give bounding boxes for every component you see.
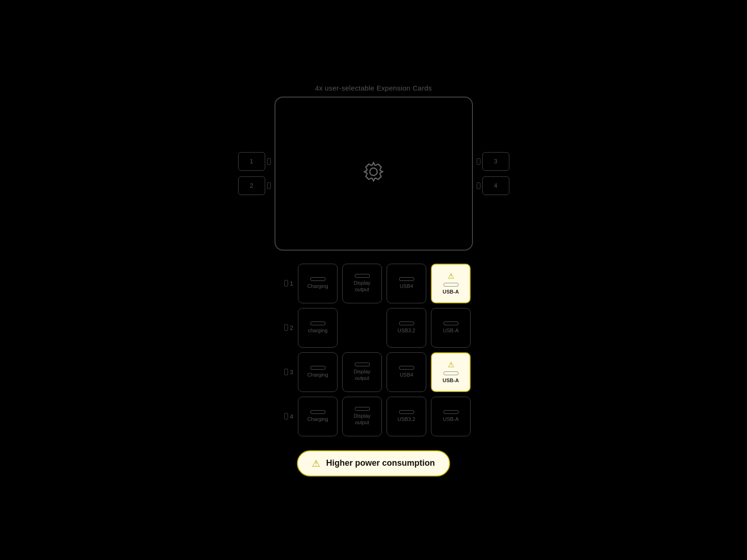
device-section: 1 2 3 4 (238, 97, 509, 251)
main-container: 4x user-selectable Expension Cards 1 2 (238, 84, 509, 476)
row-connector-2 (284, 324, 288, 331)
usb32-port-icon-4 (399, 410, 414, 414)
row-connector-1 (284, 280, 288, 287)
card-display-4-2[interactable]: Displayoutput (342, 397, 382, 436)
warning-banner: ⚠ Higher power consumption (297, 450, 450, 476)
card-usb4-1-3[interactable]: USB4 (387, 264, 426, 303)
right-slot-3: 3 (477, 152, 509, 171)
warning-banner-icon: ⚠ (312, 458, 320, 469)
warning-banner-text: Higher power consumption (326, 458, 435, 468)
charging-port-icon-3 (310, 366, 325, 370)
slot-connector-1 (267, 158, 271, 165)
card-usb4-3-3[interactable]: USB4 (387, 352, 426, 392)
display-port-icon-3 (355, 363, 370, 366)
slot-box-3: 3 (482, 152, 509, 171)
row-label-3: 3 (276, 369, 293, 376)
device-body (275, 97, 473, 251)
usba-port-icon-4 (444, 410, 458, 414)
usba-port-icon-1 (444, 283, 458, 287)
slot-connector-3 (477, 158, 480, 165)
gear-icon (360, 159, 387, 189)
expansion-row-3: 3 Charging Displayoutput USB4 ⚠ USB-A (276, 352, 471, 392)
usb4-port-icon-3 (399, 366, 414, 370)
row-label-2: 2 (276, 324, 293, 331)
expansion-section: 1 Charging Displayoutput USB4 ⚠ USB-A (276, 264, 471, 436)
page-title: 4x user-selectable Expension Cards (315, 84, 432, 92)
usb32-port-icon-1 (399, 322, 414, 325)
card-charging-4-1[interactable]: Charging (298, 397, 338, 436)
slot-connector-4 (477, 182, 480, 189)
expansion-row-4: 4 Charging Displayoutput USB3.2 USB-A (276, 397, 471, 436)
left-slot-2: 2 (238, 176, 271, 195)
card-usba-1-4[interactable]: ⚠ USB-A (431, 264, 471, 303)
card-charging-2-1[interactable]: charging (298, 308, 338, 348)
card-charging-3-1[interactable]: Charging (298, 352, 338, 392)
right-slot-4: 4 (477, 176, 509, 195)
slot-box-4: 4 (482, 176, 509, 195)
left-slot-1: 1 (238, 152, 271, 171)
warning-icon-1: ⚠ (448, 272, 454, 280)
row-connector-3 (284, 369, 288, 375)
left-slots: 1 2 (238, 152, 271, 195)
row-connector-4 (284, 413, 288, 420)
empty-slot-2-2 (342, 308, 382, 348)
warning-icon-3: ⚠ (448, 360, 454, 369)
slot-connector-2 (267, 182, 271, 189)
slot-box-2: 2 (238, 176, 265, 195)
card-usba-2-4[interactable]: USB-A (431, 308, 471, 348)
display-port-icon-4 (355, 407, 370, 411)
card-display-3-2[interactable]: Displayoutput (342, 352, 382, 392)
slot-box-1: 1 (238, 152, 265, 171)
row-label-4: 4 (276, 413, 293, 420)
usb4-port-icon (399, 277, 414, 281)
expansion-row-2: 2 charging USB3.2 USB-A (276, 308, 471, 348)
card-usb32-4-3[interactable]: USB3.2 (387, 397, 426, 436)
charging-port-icon-4 (310, 410, 325, 414)
display-port-icon (355, 274, 370, 278)
card-usba-3-4[interactable]: ⚠ USB-A (431, 352, 471, 392)
usba-port-icon-2 (444, 322, 458, 325)
expansion-row-1: 1 Charging Displayoutput USB4 ⚠ USB-A (276, 264, 471, 303)
charging-port-icon-2 (310, 322, 325, 325)
card-charging-1-1[interactable]: Charging (298, 264, 338, 303)
right-slots: 3 4 (477, 152, 509, 195)
card-usb32-2-3[interactable]: USB3.2 (387, 308, 426, 348)
card-usba-4-4[interactable]: USB-A (431, 397, 471, 436)
usba-port-icon-3 (444, 371, 458, 375)
card-display-1-2[interactable]: Displayoutput (342, 264, 382, 303)
charging-port-icon (310, 277, 325, 281)
row-label-1: 1 (276, 280, 293, 287)
